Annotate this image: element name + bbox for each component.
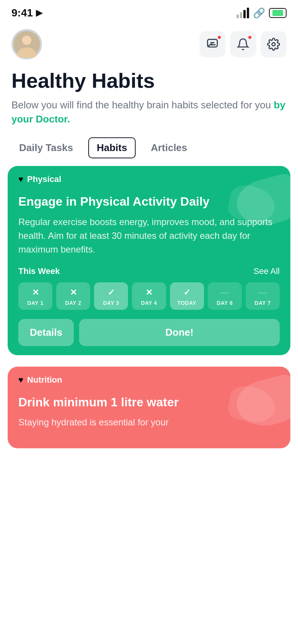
day-cell-2: ✕ DAY 2 (56, 282, 90, 310)
card-title-physical: Engage in Physical Activity Daily (18, 194, 280, 209)
day-7-icon: — (258, 288, 267, 298)
day-cell-7: — DAY 7 (246, 282, 280, 310)
notifications-button[interactable] (230, 31, 256, 57)
day-6-icon: — (220, 288, 229, 298)
message-icon (206, 38, 219, 51)
day-4-label: DAY 4 (141, 300, 157, 306)
card-actions-physical: Details Done! (18, 319, 280, 346)
this-week-label: This Week (18, 266, 60, 276)
header (0, 23, 298, 66)
physical-habit-card: ♥ Physical Engage in Physical Activity D… (8, 166, 290, 355)
tab-articles[interactable]: Articles (143, 138, 195, 158)
nutrition-heart-icon: ♥ (18, 375, 23, 385)
page-subtitle: Below you will find the healthy brain ha… (11, 98, 287, 126)
done-button[interactable]: Done! (79, 319, 280, 346)
day-3-label: DAY 3 (103, 300, 119, 306)
location-icon: ▶ (36, 8, 42, 18)
avatar-image (13, 31, 40, 58)
status-time: 9:41 ▶ (11, 7, 42, 19)
day-3-icon: ✓ (108, 288, 115, 298)
battery-fill (272, 10, 283, 16)
nutrition-habit-card: ♥ Nutrition Drink minimum 1 litre water … (8, 367, 290, 448)
title-section: Healthy Habits Below you will find the h… (0, 66, 298, 134)
messages-button[interactable] (199, 31, 225, 57)
card-description-physical: Regular exercise boosts energy, improves… (18, 215, 280, 256)
header-actions (199, 31, 287, 57)
tab-bar: Daily Tasks Habits Articles (0, 134, 298, 166)
messages-notification-dot (217, 35, 222, 40)
day-cell-1: ✕ DAY 1 (18, 282, 52, 310)
today-label: TODAY (177, 300, 196, 306)
avatar[interactable] (11, 29, 42, 60)
tab-daily-tasks[interactable]: Daily Tasks (11, 138, 81, 158)
category-label-physical: Physical (27, 174, 61, 184)
status-bar: 9:41 ▶ 🔗 (0, 0, 298, 23)
day-cell-3: ✓ DAY 3 (94, 282, 128, 310)
gear-icon (267, 38, 280, 51)
day-1-icon: ✕ (32, 288, 39, 298)
day-cell-4: ✕ DAY 4 (132, 282, 166, 310)
day-cell-today: ✓ TODAY (170, 282, 204, 310)
signal-bars (236, 8, 249, 18)
day-2-label: DAY 2 (65, 300, 81, 306)
settings-button[interactable] (261, 31, 287, 57)
details-button[interactable]: Details (18, 319, 74, 346)
link-icon: 🔗 (253, 7, 265, 19)
svg-point-5 (272, 43, 275, 46)
time-display: 9:41 (11, 7, 33, 19)
tab-habits[interactable]: Habits (88, 137, 135, 158)
cards-container: ♥ Physical Engage in Physical Activity D… (0, 166, 298, 448)
notifications-notification-dot (248, 35, 252, 40)
see-all-link[interactable]: See All (254, 266, 280, 276)
this-week-header: This Week See All (18, 266, 280, 276)
card-body-physical: Engage in Physical Activity Daily Regula… (8, 190, 290, 355)
svg-point-1 (22, 35, 32, 45)
page-title: Healthy Habits (11, 69, 287, 92)
status-right-icons: 🔗 (236, 7, 287, 19)
day-cell-6: — DAY 6 (208, 282, 242, 310)
day-2-icon: ✕ (70, 288, 77, 298)
category-label-nutrition: Nutrition (27, 375, 62, 385)
subtitle-prefix: Below you will find the healthy brain ha… (11, 99, 274, 111)
today-icon: ✓ (183, 288, 190, 298)
card-body-nutrition: Drink minimum 1 litre water Staying hydr… (8, 391, 290, 448)
battery-indicator (269, 8, 287, 18)
day-6-label: DAY 6 (217, 300, 233, 306)
day-1-label: DAY 1 (27, 300, 43, 306)
bell-icon (236, 38, 249, 51)
day-tracker: ✕ DAY 1 ✕ DAY 2 ✓ DAY 3 ✕ DAY 4 ✓ TODA (18, 282, 280, 310)
card-description-nutrition: Staying hydrated is essential for your (18, 415, 280, 429)
day-4-icon: ✕ (146, 288, 152, 298)
day-7-label: DAY 7 (254, 300, 270, 306)
category-heart-icon: ♥ (18, 174, 23, 184)
card-title-nutrition: Drink minimum 1 litre water (18, 395, 280, 409)
